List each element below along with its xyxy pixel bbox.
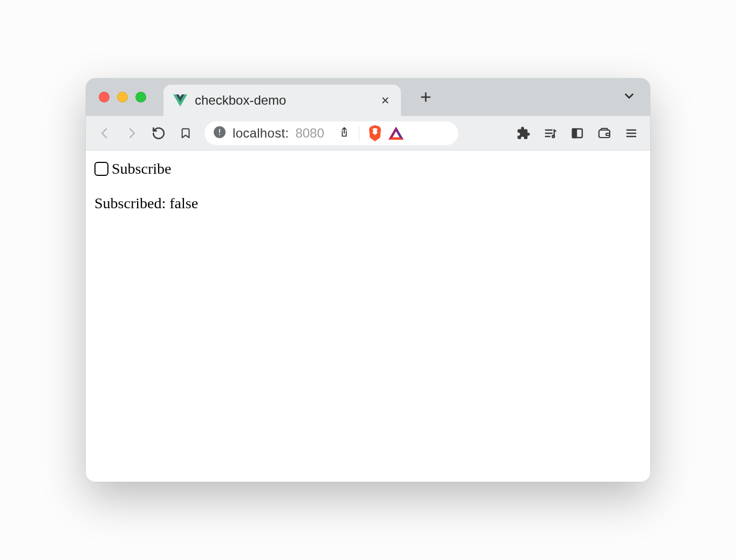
new-tab-button[interactable] [415, 86, 437, 108]
svg-rect-1 [219, 129, 220, 133]
maximize-window-button[interactable] [135, 92, 146, 103]
url-host: localhost: [233, 126, 289, 141]
tab-title: checkbox-demo [195, 93, 372, 108]
subscribe-row: Subscribe [94, 160, 642, 177]
browser-tab[interactable]: checkbox-demo [163, 85, 401, 116]
vue-icon [173, 94, 187, 106]
forward-button[interactable] [124, 125, 140, 141]
svg-rect-13 [573, 129, 576, 138]
close-window-button[interactable] [99, 92, 110, 103]
address-bar[interactable]: localhost:8080 [205, 121, 458, 145]
svg-rect-2 [219, 134, 220, 135]
brave-rewards-icon[interactable] [389, 126, 404, 140]
browser-window: checkbox-demo localhost [86, 78, 650, 482]
browser-toolbar: localhost:8080 [86, 116, 650, 151]
url-port: 8080 [295, 126, 324, 141]
window-traffic-lights [99, 92, 146, 103]
status-prefix: Subscribed: [94, 195, 169, 211]
svg-point-10 [553, 135, 555, 138]
playlist-button[interactable] [542, 125, 558, 141]
brave-shields-icon[interactable] [368, 125, 382, 141]
separator [359, 126, 359, 141]
status-line: Subscribed: false [94, 195, 642, 212]
tab-overflow-button[interactable] [622, 89, 636, 105]
sidebar-button[interactable] [569, 125, 585, 141]
not-secure-icon[interactable] [213, 126, 226, 141]
app-menu-button[interactable] [623, 125, 639, 141]
minimize-window-button[interactable] [117, 92, 128, 103]
share-button[interactable] [338, 126, 350, 141]
extensions-button[interactable] [515, 125, 531, 141]
wallet-button[interactable] [596, 125, 612, 141]
status-value: false [169, 195, 198, 211]
subscribe-label[interactable]: Subscribe [112, 160, 171, 177]
subscribe-checkbox[interactable] [94, 162, 108, 176]
tab-strip: checkbox-demo [86, 78, 650, 116]
bookmark-button[interactable] [178, 125, 194, 141]
page-content: Subscribe Subscribed: false [86, 151, 650, 482]
back-button[interactable] [97, 125, 113, 141]
close-tab-button[interactable] [379, 94, 391, 106]
reload-button[interactable] [151, 125, 167, 141]
